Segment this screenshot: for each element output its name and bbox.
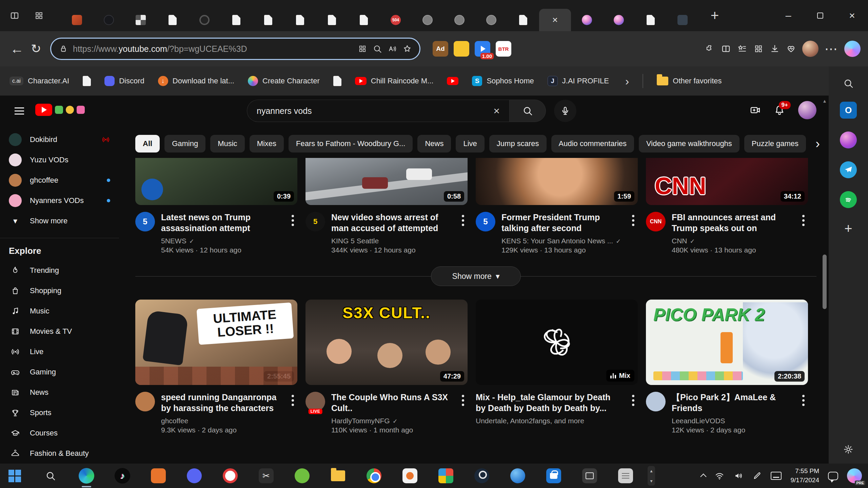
channel-name[interactable]: KENS 5: Your San Antonio News ...✓	[501, 237, 625, 245]
sidebar-item-music[interactable]: Music	[0, 301, 119, 321]
channel-name[interactable]: HardlyTommyNFG✓	[331, 417, 455, 425]
chip-news[interactable]: News	[417, 135, 451, 152]
video-thumbnail[interactable]: CNN 34:12	[646, 158, 808, 205]
scroll-down-icon[interactable]: ▾	[650, 478, 652, 484]
video-thumbnail[interactable]: 0:58	[305, 158, 468, 205]
new-tab-button[interactable]: +	[706, 7, 724, 24]
back-button[interactable]: ←	[7, 39, 26, 58]
sidebar-settings-icon[interactable]	[843, 444, 854, 455]
browser-tab[interactable]	[507, 9, 539, 31]
video-thumbnail[interactable]: PICO PARK 2 2:20:38	[646, 300, 808, 385]
chip-puzzle-games[interactable]: Puzzle games	[744, 135, 806, 152]
file-explorer-icon[interactable]	[330, 467, 347, 484]
mix-card[interactable]: Mix Mix - Help_tale Glamour by Death by …	[476, 300, 638, 434]
adblock-extension-icon[interactable]: Ad	[433, 41, 448, 57]
channel-avatar[interactable]: 5	[135, 212, 155, 231]
browser-tab[interactable]	[61, 9, 93, 31]
sidebar-search-icon[interactable]	[843, 78, 854, 89]
video-title[interactable]: Former President Trump talking after sec…	[501, 212, 625, 233]
video-thumbnail[interactable]: 0:39	[135, 158, 297, 205]
search-input[interactable]	[257, 106, 489, 116]
browser-tab[interactable]	[443, 9, 475, 31]
install-app-icon[interactable]	[358, 44, 367, 54]
btr-extension-icon[interactable]: BTR	[496, 41, 511, 57]
create-icon[interactable]	[749, 104, 761, 116]
video-title[interactable]: Mix - Help_tale Glamour by Death by Deat…	[476, 392, 625, 413]
favorites-overflow-icon[interactable]: ›	[625, 75, 629, 88]
add-sidebar-app-icon[interactable]: +	[844, 221, 852, 236]
notification-center-icon[interactable]	[828, 472, 838, 480]
collections-icon[interactable]	[753, 44, 764, 54]
browser-essentials-icon[interactable]	[786, 44, 796, 54]
video-thumbnail[interactable]: 1:59	[476, 158, 638, 205]
video-title[interactable]: Latest news on Trump assassination attem…	[161, 212, 285, 233]
browser-tab[interactable]	[412, 9, 443, 31]
more-options-icon[interactable]	[462, 399, 464, 402]
voice-search-button[interactable]	[554, 100, 576, 122]
channel-name[interactable]: LeeandLieVODS	[672, 417, 795, 425]
chip-mixes[interactable]: Mixes	[250, 135, 284, 152]
more-options-icon[interactable]	[632, 399, 634, 402]
scroll-up-icon[interactable]: ▴	[650, 468, 652, 473]
taskbar-overflow-scroll[interactable]: ▴ ▾	[648, 466, 655, 486]
sidebar-item-live[interactable]: Live	[0, 342, 119, 362]
browser-tab[interactable]	[667, 9, 698, 31]
green-app-icon[interactable]	[294, 467, 311, 484]
chip-fears-to-fathom[interactable]: Fears to Fathom - Woodbury G...	[289, 135, 413, 152]
channel-avatar[interactable]	[135, 392, 155, 411]
browser-tab[interactable]	[93, 9, 125, 31]
sidebar-item-fashion-beauty[interactable]: Fashion & Beauty	[0, 443, 119, 464]
bookmark-character-ai[interactable]: c.ai Character.AI	[9, 77, 69, 85]
channel-avatar[interactable]	[646, 392, 666, 411]
bookmark-jai-profile[interactable]: J J.AI PROFILE	[548, 76, 609, 86]
sidebar-item-news[interactable]: News	[0, 382, 119, 403]
bookmark-chill-raincode[interactable]: Chill Raincode M...	[355, 77, 434, 85]
chip-gaming[interactable]: Gaming	[164, 135, 205, 152]
designer-icon[interactable]	[840, 131, 857, 148]
orange-app-icon[interactable]	[150, 467, 167, 484]
close-tab-icon[interactable]: ×	[552, 15, 558, 25]
workspaces-icon[interactable]	[5, 6, 24, 25]
channel-avatar[interactable]: 5	[476, 212, 495, 231]
close-window-button[interactable]: ×	[836, 0, 868, 31]
bookmark-page[interactable]	[83, 76, 91, 86]
bookmark-youtube[interactable]	[447, 77, 458, 85]
sidebar-item-shopping[interactable]: Shopping	[0, 281, 119, 301]
capcut-app-icon[interactable]: ✂	[258, 467, 275, 484]
tab-actions-icon[interactable]	[29, 6, 49, 25]
sidebar-item-sports[interactable]: Sports	[0, 403, 119, 423]
video-card[interactable]: ULTIMATE LOSER !! 2:55:45 speed running …	[135, 300, 297, 434]
channel-name[interactable]: 5NEWS✓	[161, 237, 285, 245]
search-zoom-icon[interactable]	[373, 44, 382, 54]
other-favorites[interactable]: Other favorites	[657, 77, 722, 85]
spotify-icon[interactable]	[840, 191, 857, 208]
account-avatar[interactable]	[798, 101, 816, 119]
more-options-icon[interactable]	[462, 219, 464, 222]
tray-overflow-icon[interactable]	[701, 473, 707, 480]
sidebar-item-trending[interactable]: Trending	[0, 260, 119, 281]
chip-jump-scares[interactable]: Jump scares	[489, 135, 547, 152]
browser-tab[interactable]	[603, 9, 635, 31]
browser-tab[interactable]	[157, 9, 189, 31]
chip-all[interactable]: All	[135, 135, 160, 152]
pen-icon[interactable]	[752, 471, 762, 481]
channel-avatar[interactable]: LIVE	[305, 392, 325, 411]
video-title[interactable]: The Couple Who Runs A S3X Cult..	[331, 392, 455, 413]
browser-tab[interactable]	[125, 9, 157, 31]
profile-avatar[interactable]	[802, 41, 818, 57]
outlook-icon[interactable]: O	[840, 102, 857, 119]
terminal-app-icon[interactable]	[581, 467, 598, 484]
more-options-icon[interactable]	[292, 399, 294, 402]
red-ring-app-icon[interactable]	[222, 467, 239, 484]
bookmark-discord[interactable]: Discord	[104, 76, 144, 86]
tiktok-app-icon[interactable]: ♪	[114, 467, 131, 484]
subscription-yuzu-vods[interactable]: Yuzu VODs	[0, 150, 119, 170]
bookmark-sophos[interactable]: S Sophos Home	[472, 76, 534, 86]
copilot-taskbar-icon[interactable]: PRE	[847, 468, 862, 483]
search-box[interactable]: ×	[247, 100, 509, 122]
show-more-button[interactable]: Show more ▾	[431, 266, 521, 286]
mix-thumbnail[interactable]: Mix	[476, 300, 638, 385]
telegram-icon[interactable]	[840, 161, 857, 178]
url-text[interactable]: https://www.youtube.com/?bp=wgUCEAE%3D	[73, 44, 247, 54]
video-card[interactable]: S3X CULT.. 47:29 LIVE The Couple Who Run…	[305, 300, 468, 434]
